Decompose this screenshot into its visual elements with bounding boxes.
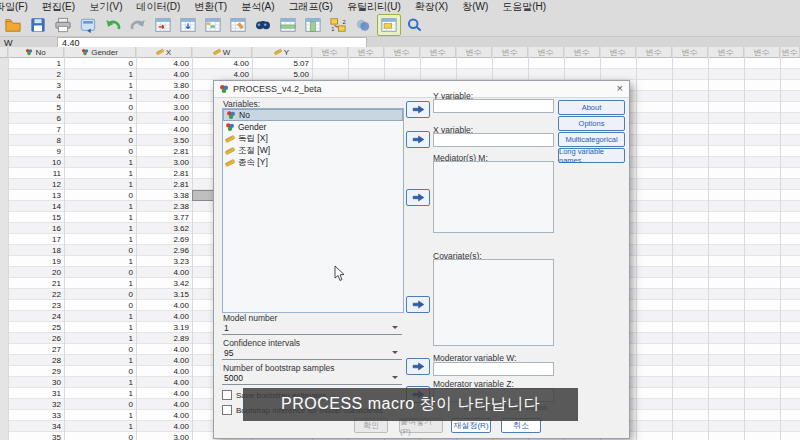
data-cell[interactable]: 11 [8,168,64,179]
data-cell[interactable]: 1 [64,278,136,289]
data-cell[interactable]: 30 [8,377,64,388]
data-cell[interactable]: 3.19 [136,322,192,333]
close-icon[interactable]: × [617,82,623,94]
menu-item[interactable]: 확장(X) [408,0,455,14]
data-cell[interactable]: 24 [8,311,64,322]
data-cell[interactable]: 10 [8,157,64,168]
data-cell[interactable]: 4.00 [136,377,192,388]
data-cell[interactable]: 1 [64,333,136,344]
data-cell[interactable]: 16 [8,223,64,234]
data-cell[interactable]: 31 [8,388,64,399]
find-icon[interactable] [252,15,274,35]
save-icon[interactable] [27,15,49,35]
data-cell[interactable]: 18 [8,245,64,256]
data-cell[interactable]: 4.00 [136,91,192,102]
data-cell[interactable]: 28 [8,355,64,366]
data-cell[interactable]: 12 [8,179,64,190]
data-cell[interactable]: 19 [8,256,64,267]
data-cell[interactable]: 2 [8,69,64,80]
data-cell[interactable]: 6 [8,113,64,124]
variable-properties-icon[interactable] [227,15,249,35]
data-cell[interactable]: 0 [64,58,136,69]
data-cell[interactable]: 4.00 [192,69,252,80]
menu-item[interactable]: 보기(V) [82,0,129,14]
data-cell[interactable]: 4.00 [136,421,192,432]
data-cell[interactable]: 9 [8,146,64,157]
mediator-box[interactable] [433,161,554,233]
split-file-icon[interactable]: 12 [327,15,349,35]
data-cell[interactable]: 1 [64,201,136,212]
data-cell[interactable]: 5 [8,102,64,113]
data-cell[interactable]: 0 [64,190,136,201]
data-cell[interactable]: 3.80 [136,80,192,91]
variables-list[interactable]: NoGender독립 [X]조절 [W]종속 [Y] [222,108,404,313]
data-cell[interactable]: 4.00 [136,69,192,80]
data-cell[interactable]: 2.96 [136,245,192,256]
menu-item[interactable]: 데이터(D) [129,0,187,14]
covariate-box[interactable] [433,259,554,346]
data-cell[interactable]: 1 [64,421,136,432]
data-cell[interactable]: 5.00 [252,69,312,80]
data-cell[interactable]: 25 [8,322,64,333]
menu-item[interactable]: 파일(F) [0,0,35,14]
data-cell[interactable]: 0 [64,300,136,311]
print-icon[interactable] [52,15,74,35]
variables-icon[interactable] [202,15,224,35]
data-cell[interactable]: 3.00 [136,102,192,113]
data-cell[interactable]: 4.00 [136,366,192,377]
data-cell[interactable]: 1 [64,69,136,80]
menu-item[interactable]: 도움말(H) [495,0,553,14]
data-cell[interactable]: 0 [64,289,136,300]
transfer-arrow-x[interactable] [406,131,430,148]
data-cell[interactable]: 1 [64,223,136,234]
data-cell[interactable]: 4.00 [136,344,192,355]
bootstrap-samples-select[interactable]: 5000 [222,371,402,385]
transfer-arrow-covariate[interactable] [406,296,430,313]
data-cell[interactable]: 32 [8,399,64,410]
menu-item[interactable]: 편집(E) [35,0,82,14]
data-cell[interactable]: 2.81 [136,168,192,179]
data-cell[interactable]: 4.00 [136,300,192,311]
data-cell[interactable]: 5.07 [252,58,312,69]
data-cell[interactable]: 1 [64,168,136,179]
variable-item[interactable]: No [223,109,403,121]
data-cell[interactable]: 0 [64,245,136,256]
variable-item[interactable]: Gender [223,121,403,133]
data-cell[interactable]: 4.00 [136,388,192,399]
data-cell[interactable]: 1 [64,80,136,91]
data-cell[interactable]: 1 [64,388,136,399]
data-cell[interactable]: 22 [8,289,64,300]
variable-item[interactable]: 독립 [X] [223,133,403,145]
data-cell[interactable]: 3.38 [136,190,192,201]
column-header-x[interactable]: X [136,47,192,58]
data-cell[interactable]: 8 [8,135,64,146]
search-icon[interactable] [404,15,426,35]
column-header-no[interactable]: No [8,47,64,58]
data-cell[interactable]: 4 [8,91,64,102]
menu-item[interactable]: 변환(T) [187,0,234,14]
data-cell[interactable]: 13 [8,190,64,201]
data-cell[interactable]: 17 [8,234,64,245]
long-variable-names-button[interactable]: Long variable names [558,148,625,163]
data-cell[interactable]: 3.23 [136,256,192,267]
moderator-w-field[interactable] [433,362,554,376]
data-cell[interactable]: 1 [64,157,136,168]
confidence-intervals-select[interactable]: 95 [222,346,402,360]
data-cell[interactable]: 27 [8,344,64,355]
x-variable-field[interactable] [433,133,554,147]
multicategorical-button[interactable]: Multicategorical [558,132,625,147]
y-variable-field[interactable] [433,99,554,113]
data-cell[interactable]: 0 [64,135,136,146]
data-cell[interactable]: 23 [8,300,64,311]
data-cell[interactable]: 3.42 [136,278,192,289]
data-cell[interactable]: 1 [64,322,136,333]
data-cell[interactable]: 3.00 [136,157,192,168]
insert-cases-icon[interactable] [277,15,299,35]
data-cell[interactable]: 26 [8,333,64,344]
redo-icon[interactable] [127,15,149,35]
data-cell[interactable]: 1 [64,311,136,322]
recall-dialogs-icon[interactable] [77,15,99,35]
data-cell[interactable]: 4.00 [136,399,192,410]
data-cell[interactable]: 2.81 [136,146,192,157]
data-cell[interactable]: 0 [64,399,136,410]
